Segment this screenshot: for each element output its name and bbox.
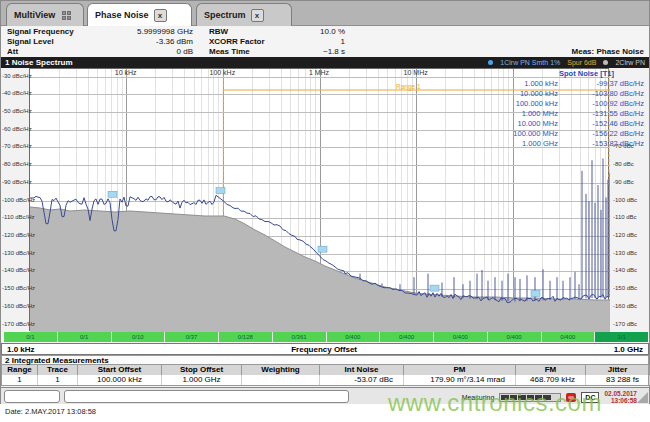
- xcorr-progress-bar: 0/10/10/100/370/1280/3610/4000/4000/4000…: [4, 332, 648, 342]
- column-header: Stop Offset: [162, 365, 242, 375]
- y-axis-right-label: -80 dBc: [613, 161, 649, 167]
- y-axis-left-label: -110 dBc/Hz: [2, 214, 29, 220]
- y-axis-right-label: -90 dBc: [613, 179, 649, 185]
- column-header: Start Offset: [78, 365, 162, 375]
- close-icon[interactable]: x: [154, 9, 167, 22]
- y-axis-right-label: -110 dBc: [613, 214, 649, 220]
- spot-offset: 100.000 MHz: [513, 129, 558, 139]
- axis-start-label: 1.0 kHz: [7, 345, 35, 354]
- xcorr-segment: 0/400: [380, 332, 433, 342]
- column-header: Jitter: [586, 365, 650, 375]
- column-header: PM: [404, 365, 516, 375]
- spot-value: -131.55 dBc/Hz: [560, 109, 644, 119]
- screen: MultiView Phase Noise x Spectrum x Signa…: [0, 0, 650, 422]
- xcorr-segment: 0/1: [58, 332, 111, 342]
- x-axis-top-label: 100 kHz: [200, 69, 244, 76]
- softkey-box-1[interactable]: [4, 390, 60, 403]
- spot-value: -156.22 dBc/Hz: [560, 129, 644, 139]
- tab-multiview-label: MultiView: [14, 10, 55, 20]
- xcorr-segment: 0/1: [4, 332, 57, 342]
- frequency-axis-row: 1.0 kHz Frequency Offset 1.0 GHz: [1, 343, 649, 355]
- axis-stop-label: 1.0 GHz: [614, 345, 643, 354]
- status-time: 13:06:58: [611, 397, 637, 404]
- range1-label: Range 1: [396, 83, 421, 90]
- spot-value: -153.82 dBc/Hz: [560, 139, 644, 149]
- y-axis-left-label: -70 dBc/Hz: [2, 143, 29, 149]
- spot-offset: 1.000 GHz: [522, 139, 558, 149]
- tab-spectrum-label: Spectrum: [204, 10, 246, 20]
- column-header: FM: [516, 365, 586, 375]
- xcorr-segment: 0/400: [434, 332, 487, 342]
- y-axis-left-label: -100 dBc/Hz: [2, 197, 29, 203]
- table-cell: 1.000 GHz: [162, 375, 242, 385]
- xcorr-segment: 0/37: [165, 332, 218, 342]
- y-axis-right-label: -130 dBc: [613, 250, 649, 256]
- spot-value: -103.80 dBc/Hz: [560, 89, 644, 99]
- y-axis-left-label: -30 dBc/Hz: [2, 73, 29, 79]
- column-header: Int Noise: [320, 365, 404, 375]
- table-cell: 468.709 kHz: [516, 375, 586, 385]
- field-label: Signal Frequency: [1, 27, 93, 37]
- xcorr-segment: 0/400: [327, 332, 380, 342]
- spot-offset: 100.000 kHz: [516, 99, 558, 109]
- marker-flag: [318, 246, 327, 252]
- spot-noise-title: Spot Noise [T1]: [513, 69, 644, 79]
- trace-legend: 1Clrw PN Smth 1% Spur 6dB 2Clrw PN: [488, 57, 645, 68]
- resize-handle[interactable]: [637, 392, 648, 403]
- status-date: 02.05.2017: [604, 390, 637, 397]
- meas-mode-label: Meas: Phase Noise: [572, 47, 644, 56]
- spot-offset: 1.000 MHz: [522, 109, 558, 119]
- noise-spectrum-titlebar: 1 Noise Spectrum 1Clrw PN Smth 1% Spur 6…: [1, 57, 649, 68]
- field-label: RBW: [209, 27, 287, 37]
- analyzer-window: MultiView Phase Noise x Spectrum x Signa…: [0, 0, 650, 404]
- x-axis-top-label: 10 MHz: [394, 69, 438, 76]
- spot-noise-row: 1.000 kHz -99.37 dBc/Hz: [513, 79, 644, 89]
- field-value: 5.9999998 GHz: [93, 27, 193, 37]
- marker-flag: [430, 285, 439, 291]
- integrated-table-header: RangeTraceStart OffsetStop OffsetWeighti…: [1, 365, 649, 375]
- column-header: Range: [2, 365, 38, 375]
- y-axis-right-label: -120 dBc: [613, 232, 649, 238]
- trace2-color-dot: [603, 60, 608, 65]
- y-axis-left-label: -140 dBc/Hz: [2, 267, 29, 273]
- datetime-indicator: 02.05.2017 13:06:58: [604, 390, 637, 404]
- spot-noise-row: 1.000 MHz -131.55 dBc/Hz: [513, 109, 644, 119]
- tab-spectrum[interactable]: Spectrum x: [196, 3, 292, 26]
- tab-phase-noise[interactable]: Phase Noise x: [87, 3, 192, 26]
- integrated-table-row[interactable]: 11100.000 kHz1.000 GHz-53.07 dBc179.90 m…: [1, 375, 649, 386]
- spot-value: -99.37 dBc/Hz: [560, 79, 644, 89]
- marker-flag: [108, 191, 117, 197]
- y-axis-right-label: -150 dBc: [613, 285, 649, 291]
- trace1-legend-label: 1Clrw PN Smth 1%: [500, 57, 560, 68]
- spot-offset: 1.000 kHz: [524, 79, 558, 89]
- window-title: 1 Noise Spectrum: [5, 57, 73, 68]
- xcorr-segment: 0/10: [112, 332, 165, 342]
- table-cell: 83 288 fs: [586, 375, 650, 385]
- table-cell: 100.000 kHz: [78, 375, 162, 385]
- field-label: Att: [1, 47, 93, 57]
- trace1-color-dot: [488, 60, 493, 65]
- spot-noise-table: Spot Noise [T1] 1.000 kHz -99.37 dBc/Hz …: [513, 69, 644, 149]
- close-icon[interactable]: x: [251, 9, 264, 22]
- y-axis-right-label: -170 dBc: [613, 321, 649, 327]
- table-cell: 1: [38, 375, 78, 385]
- screenshot-date-label: Date: 2.MAY.2017 13:08:58: [5, 407, 96, 416]
- marker-flag: [216, 188, 225, 194]
- softkey-box-2[interactable]: [64, 390, 349, 403]
- spot-value: -152.46 dBc/Hz: [560, 119, 644, 129]
- field-label: Meas Time: [209, 47, 287, 57]
- y-axis-left-label: -90 dBc/Hz: [2, 179, 29, 185]
- y-axis-left-label: -80 dBc/Hz: [2, 161, 29, 167]
- xcorr-segment: 0/128: [219, 332, 272, 342]
- spot-noise-row: 100.000 MHz -156.22 dBc/Hz: [513, 129, 644, 139]
- y-axis-left-label: -60 dBc/Hz: [2, 126, 29, 132]
- marker-flag: [531, 290, 540, 296]
- xcorr-segment: 0/361: [273, 332, 326, 342]
- y-axis-right-label: -140 dBc: [613, 267, 649, 273]
- column-header: Weighting: [242, 365, 320, 375]
- tab-multiview[interactable]: MultiView: [6, 3, 84, 26]
- integrated-measurements-title: 2 Integrated Measurements: [1, 355, 649, 365]
- tab-phase-noise-label: Phase Noise: [95, 10, 149, 20]
- y-axis-left-label: -130 dBc/Hz: [2, 250, 29, 256]
- trace2-legend-label: 2Clrw PN: [615, 57, 645, 68]
